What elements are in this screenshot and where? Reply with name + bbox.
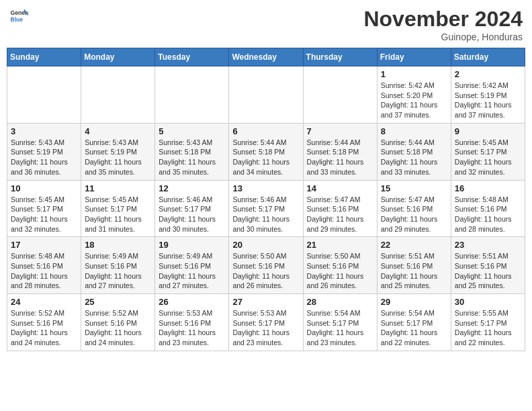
title-block: November 2024 Guinope, Honduras xyxy=(363,7,523,42)
day-number: 8 xyxy=(381,126,447,136)
calendar-cell: 25Sunrise: 5:52 AMSunset: 5:16 PMDayligh… xyxy=(81,294,155,351)
col-header-sunday: Sunday xyxy=(7,48,81,66)
month-title: November 2024 xyxy=(363,7,523,32)
day-number: 9 xyxy=(455,126,521,136)
day-number: 29 xyxy=(381,297,447,307)
page-header: General Blue November 2024 Guinope, Hond… xyxy=(7,7,525,42)
day-info: Sunrise: 5:51 AMSunset: 5:16 PMDaylight:… xyxy=(455,251,521,291)
day-info: Sunrise: 5:55 AMSunset: 5:17 PMDaylight:… xyxy=(455,308,521,348)
day-number: 12 xyxy=(159,183,225,193)
col-header-monday: Monday xyxy=(81,48,155,66)
calendar-header-row: SundayMondayTuesdayWednesdayThursdayFrid… xyxy=(7,48,525,66)
day-number: 1 xyxy=(381,69,447,79)
calendar-cell: 1Sunrise: 5:42 AMSunset: 5:20 PMDaylight… xyxy=(377,66,451,124)
calendar-cell: 4Sunrise: 5:43 AMSunset: 5:19 PMDaylight… xyxy=(81,123,155,180)
calendar-cell: 6Sunrise: 5:44 AMSunset: 5:18 PMDaylight… xyxy=(229,123,303,180)
day-info: Sunrise: 5:44 AMSunset: 5:18 PMDaylight:… xyxy=(307,138,373,177)
day-number: 14 xyxy=(307,183,373,193)
calendar-cell: 21Sunrise: 5:50 AMSunset: 5:16 PMDayligh… xyxy=(303,237,377,294)
day-info: Sunrise: 5:48 AMSunset: 5:16 PMDaylight:… xyxy=(11,251,77,291)
calendar-cell: 22Sunrise: 5:51 AMSunset: 5:16 PMDayligh… xyxy=(377,237,451,294)
day-info: Sunrise: 5:42 AMSunset: 5:20 PMDaylight:… xyxy=(381,81,447,120)
calendar-week-2: 3Sunrise: 5:43 AMSunset: 5:19 PMDaylight… xyxy=(7,123,525,180)
calendar-cell xyxy=(155,66,229,124)
day-info: Sunrise: 5:47 AMSunset: 5:16 PMDaylight:… xyxy=(307,195,373,234)
calendar-cell: 14Sunrise: 5:47 AMSunset: 5:16 PMDayligh… xyxy=(303,180,377,237)
col-header-wednesday: Wednesday xyxy=(229,48,303,66)
day-info: Sunrise: 5:45 AMSunset: 5:17 PMDaylight:… xyxy=(455,138,521,177)
col-header-friday: Friday xyxy=(377,48,451,66)
day-info: Sunrise: 5:44 AMSunset: 5:18 PMDaylight:… xyxy=(381,138,447,177)
day-info: Sunrise: 5:49 AMSunset: 5:16 PMDaylight:… xyxy=(159,251,225,291)
day-number: 20 xyxy=(232,240,299,250)
calendar-week-1: 1Sunrise: 5:42 AMSunset: 5:20 PMDaylight… xyxy=(7,66,525,124)
day-info: Sunrise: 5:53 AMSunset: 5:16 PMDaylight:… xyxy=(159,308,225,348)
day-number: 10 xyxy=(11,183,77,193)
day-info: Sunrise: 5:47 AMSunset: 5:16 PMDaylight:… xyxy=(381,195,447,234)
day-number: 7 xyxy=(307,126,373,136)
calendar-cell: 27Sunrise: 5:53 AMSunset: 5:17 PMDayligh… xyxy=(229,294,303,351)
day-info: Sunrise: 5:46 AMSunset: 5:17 PMDaylight:… xyxy=(159,195,225,234)
calendar-cell: 26Sunrise: 5:53 AMSunset: 5:16 PMDayligh… xyxy=(155,294,229,351)
day-info: Sunrise: 5:52 AMSunset: 5:16 PMDaylight:… xyxy=(85,308,151,348)
day-info: Sunrise: 5:53 AMSunset: 5:17 PMDaylight:… xyxy=(232,308,299,348)
day-number: 2 xyxy=(455,69,521,79)
calendar-cell: 19Sunrise: 5:49 AMSunset: 5:16 PMDayligh… xyxy=(155,237,229,294)
calendar-cell: 15Sunrise: 5:47 AMSunset: 5:16 PMDayligh… xyxy=(377,180,451,237)
day-number: 24 xyxy=(11,297,77,307)
col-header-saturday: Saturday xyxy=(451,48,525,66)
calendar-week-4: 17Sunrise: 5:48 AMSunset: 5:16 PMDayligh… xyxy=(7,237,525,294)
logo: General Blue xyxy=(9,7,28,26)
svg-text:Blue: Blue xyxy=(11,16,24,23)
calendar-cell xyxy=(303,66,377,124)
day-number: 23 xyxy=(455,240,521,250)
calendar-cell: 8Sunrise: 5:44 AMSunset: 5:18 PMDaylight… xyxy=(377,123,451,180)
day-info: Sunrise: 5:50 AMSunset: 5:16 PMDaylight:… xyxy=(232,251,299,291)
day-number: 18 xyxy=(85,240,151,250)
day-number: 5 xyxy=(159,126,225,136)
day-info: Sunrise: 5:45 AMSunset: 5:17 PMDaylight:… xyxy=(85,195,151,234)
calendar-cell: 24Sunrise: 5:52 AMSunset: 5:16 PMDayligh… xyxy=(7,294,81,351)
day-number: 30 xyxy=(455,297,521,307)
calendar-week-5: 24Sunrise: 5:52 AMSunset: 5:16 PMDayligh… xyxy=(7,294,525,351)
calendar-cell: 10Sunrise: 5:45 AMSunset: 5:17 PMDayligh… xyxy=(7,180,81,237)
day-number: 6 xyxy=(232,126,299,136)
calendar-cell: 20Sunrise: 5:50 AMSunset: 5:16 PMDayligh… xyxy=(229,237,303,294)
day-info: Sunrise: 5:43 AMSunset: 5:19 PMDaylight:… xyxy=(11,138,77,177)
calendar-cell: 12Sunrise: 5:46 AMSunset: 5:17 PMDayligh… xyxy=(155,180,229,237)
day-info: Sunrise: 5:50 AMSunset: 5:16 PMDaylight:… xyxy=(307,251,373,291)
day-info: Sunrise: 5:43 AMSunset: 5:19 PMDaylight:… xyxy=(85,138,151,177)
day-info: Sunrise: 5:49 AMSunset: 5:16 PMDaylight:… xyxy=(85,251,151,291)
day-info: Sunrise: 5:46 AMSunset: 5:17 PMDaylight:… xyxy=(232,195,299,234)
logo-icon: General Blue xyxy=(9,7,28,26)
day-number: 27 xyxy=(232,297,299,307)
calendar-week-3: 10Sunrise: 5:45 AMSunset: 5:17 PMDayligh… xyxy=(7,180,525,237)
day-number: 17 xyxy=(11,240,77,250)
calendar-cell: 5Sunrise: 5:43 AMSunset: 5:18 PMDaylight… xyxy=(155,123,229,180)
day-number: 15 xyxy=(381,183,447,193)
calendar-cell: 2Sunrise: 5:42 AMSunset: 5:19 PMDaylight… xyxy=(451,66,525,124)
calendar-cell: 29Sunrise: 5:54 AMSunset: 5:17 PMDayligh… xyxy=(377,294,451,351)
calendar-body: 1Sunrise: 5:42 AMSunset: 5:20 PMDaylight… xyxy=(7,66,525,351)
day-number: 13 xyxy=(232,183,299,193)
day-number: 25 xyxy=(85,297,151,307)
calendar-cell: 3Sunrise: 5:43 AMSunset: 5:19 PMDaylight… xyxy=(7,123,81,180)
calendar-cell: 16Sunrise: 5:48 AMSunset: 5:16 PMDayligh… xyxy=(451,180,525,237)
day-info: Sunrise: 5:48 AMSunset: 5:16 PMDaylight:… xyxy=(455,195,521,234)
day-number: 16 xyxy=(455,183,521,193)
calendar-cell: 18Sunrise: 5:49 AMSunset: 5:16 PMDayligh… xyxy=(81,237,155,294)
day-info: Sunrise: 5:43 AMSunset: 5:18 PMDaylight:… xyxy=(159,138,225,177)
day-number: 11 xyxy=(85,183,151,193)
location-subtitle: Guinope, Honduras xyxy=(363,32,523,42)
calendar-cell: 13Sunrise: 5:46 AMSunset: 5:17 PMDayligh… xyxy=(229,180,303,237)
calendar-cell: 11Sunrise: 5:45 AMSunset: 5:17 PMDayligh… xyxy=(81,180,155,237)
calendar-cell xyxy=(229,66,303,124)
calendar-cell: 9Sunrise: 5:45 AMSunset: 5:17 PMDaylight… xyxy=(451,123,525,180)
day-info: Sunrise: 5:54 AMSunset: 5:17 PMDaylight:… xyxy=(381,308,447,348)
calendar-cell: 7Sunrise: 5:44 AMSunset: 5:18 PMDaylight… xyxy=(303,123,377,180)
day-info: Sunrise: 5:52 AMSunset: 5:16 PMDaylight:… xyxy=(11,308,77,348)
calendar-cell: 30Sunrise: 5:55 AMSunset: 5:17 PMDayligh… xyxy=(451,294,525,351)
day-number: 3 xyxy=(11,126,77,136)
calendar-cell: 23Sunrise: 5:51 AMSunset: 5:16 PMDayligh… xyxy=(451,237,525,294)
day-info: Sunrise: 5:51 AMSunset: 5:16 PMDaylight:… xyxy=(381,251,447,291)
